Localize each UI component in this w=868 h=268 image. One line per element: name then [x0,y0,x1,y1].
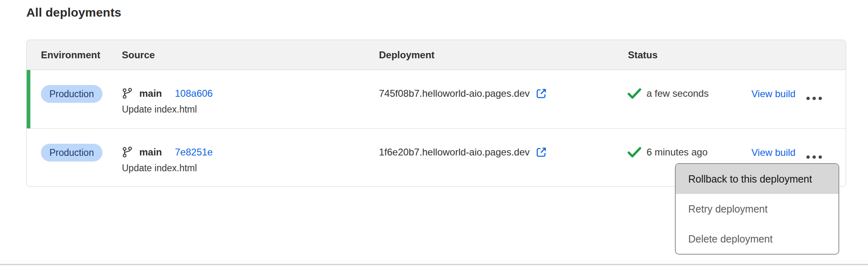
table-row: Production main 108a606 Update index.htm… [27,70,846,129]
menu-item-retry[interactable]: Retry deployment [676,194,838,224]
status-cell: a few seconds [627,87,708,100]
git-branch-icon [122,87,133,100]
status-time: a few seconds [647,88,708,99]
source-cell: main 7e8251e [122,146,213,159]
overflow-menu-button[interactable] [800,90,828,106]
view-build-link[interactable]: View build [751,147,796,158]
branch-name: main [139,147,162,158]
commit-message: Update index.html [122,163,197,174]
column-header-source: Source [122,40,155,70]
ellipsis-icon [806,97,810,100]
commit-link[interactable]: 108a606 [175,88,213,99]
deployment-cell: 1f6e20b7.helloworld-aio.pages.dev [379,146,547,159]
overflow-menu-button[interactable] [800,149,828,165]
source-cell: main 108a606 [122,87,213,100]
git-branch-icon [122,146,133,158]
environment-badge: Production [41,144,102,162]
ellipsis-icon [806,155,810,159]
check-icon [627,88,642,99]
column-header-environment: Environment [41,40,100,70]
page-bottom-divider [0,264,868,265]
deployment-url: 745f08b7.helloworld-aio.pages.dev [379,88,530,99]
page-title: All deployments [26,6,121,19]
active-deployment-indicator [27,70,30,128]
status-cell: 6 minutes ago [627,146,708,159]
column-header-status: Status [628,40,657,70]
menu-item-rollback[interactable]: Rollback to this deployment [676,164,838,194]
view-build-link[interactable]: View build [751,88,796,100]
external-link-icon[interactable] [536,88,547,99]
external-link-icon[interactable] [536,147,547,158]
table-header-row: Environment Source Deployment Status [27,40,846,70]
deployment-actions-menu: Rollback to this deployment Retry deploy… [675,163,839,255]
commit-message: Update index.html [122,104,197,115]
column-header-deployment: Deployment [379,40,434,70]
menu-item-delete[interactable]: Delete deployment [676,224,838,254]
check-icon [627,147,642,158]
deployment-url: 1f6e20b7.helloworld-aio.pages.dev [379,147,530,158]
deployment-cell: 745f08b7.helloworld-aio.pages.dev [379,87,547,100]
deployments-page: All deployments Environment Source Deplo… [0,0,868,268]
commit-link[interactable]: 7e8251e [175,147,213,158]
branch-name: main [139,88,162,99]
environment-badge: Production [41,85,102,103]
page-bottom-strip [0,260,868,264]
status-time: 6 minutes ago [647,147,708,158]
